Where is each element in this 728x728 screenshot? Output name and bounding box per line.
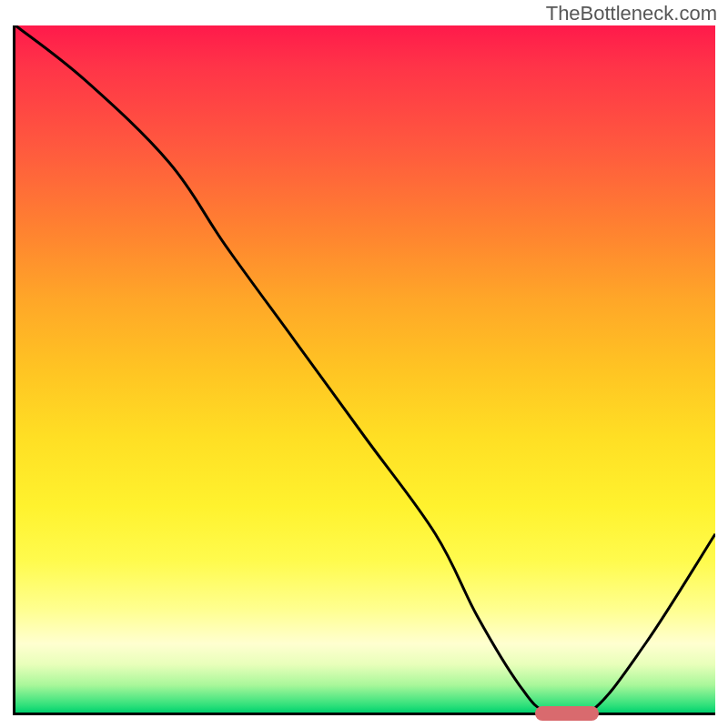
watermark-text: TheBottleneck.com: [546, 2, 717, 25]
curve-svg: [15, 25, 715, 713]
plot-area: [13, 25, 715, 715]
optimal-marker: [535, 706, 598, 721]
bottleneck-curve: [15, 25, 715, 713]
